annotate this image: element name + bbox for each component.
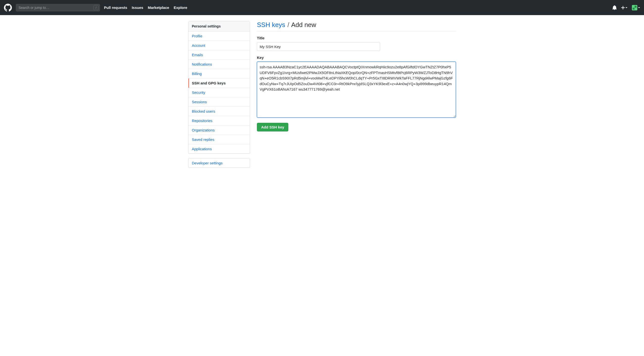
breadcrumb-ssh-keys-link[interactable]: SSH keys <box>257 21 285 28</box>
avatar <box>632 5 637 10</box>
user-menu-dropdown[interactable] <box>632 5 640 10</box>
sidebar-item-billing[interactable]: Billing <box>188 69 250 78</box>
sidebar-item-applications[interactable]: Applications <box>188 144 250 154</box>
sidebar-item-notifications[interactable]: Notifications <box>188 60 250 69</box>
nav-explore[interactable]: Explore <box>174 6 187 10</box>
search-input[interactable] <box>16 4 100 12</box>
header-actions <box>612 5 640 10</box>
sidebar-item-organizations[interactable]: Organizations <box>188 126 250 135</box>
create-new-dropdown[interactable] <box>621 6 628 10</box>
main-content: SSH keys / Add new Title Key Add SSH key <box>257 21 456 172</box>
nav-issues[interactable]: Issues <box>132 6 143 10</box>
title-input[interactable] <box>257 42 380 51</box>
sidebar-item-developer-settings[interactable]: Developer settings <box>188 158 250 168</box>
page-title: SSH keys / Add new <box>257 21 456 32</box>
chevron-down-icon <box>638 7 640 8</box>
sidebar-item-emails[interactable]: Emails <box>188 50 250 60</box>
primary-nav: Pull requests Issues Marketplace Explore <box>104 6 187 10</box>
developer-settings-menu: Developer settings <box>188 158 250 168</box>
sidebar-item-repositories[interactable]: Repositories <box>188 116 250 126</box>
key-label: Key <box>257 56 456 60</box>
sidebar-item-blocked-users[interactable]: Blocked users <box>188 107 250 116</box>
search-container: / <box>16 4 100 12</box>
sidebar-item-saved-replies[interactable]: Saved replies <box>188 135 250 144</box>
sidebar-item-profile[interactable]: Profile <box>188 32 250 41</box>
chevron-down-icon <box>626 7 628 8</box>
sidebar-item-security[interactable]: Security <box>188 88 250 97</box>
nav-pull-requests[interactable]: Pull requests <box>104 6 127 10</box>
nav-marketplace[interactable]: Marketplace <box>148 6 169 10</box>
breadcrumb-separator: / <box>287 21 289 28</box>
key-textarea[interactable] <box>257 62 456 118</box>
breadcrumb-current: Add new <box>291 21 316 28</box>
sidebar-item-ssh-gpg-keys[interactable]: SSH and GPG keys <box>188 78 250 88</box>
add-ssh-key-button[interactable]: Add SSH key <box>257 123 288 132</box>
notifications-icon[interactable] <box>612 6 617 10</box>
settings-sidebar: Personal settings Profile Account Emails… <box>188 21 250 172</box>
personal-settings-menu: Personal settings Profile Account Emails… <box>188 21 250 154</box>
slash-key-hint: / <box>94 5 98 10</box>
menu-header: Personal settings <box>188 21 250 32</box>
github-logo-icon[interactable] <box>4 4 12 12</box>
title-label: Title <box>257 36 456 40</box>
page-container: Personal settings Profile Account Emails… <box>184 21 460 172</box>
sidebar-item-sessions[interactable]: Sessions <box>188 97 250 107</box>
sidebar-item-account[interactable]: Account <box>188 41 250 50</box>
global-header: / Pull requests Issues Marketplace Explo… <box>0 0 644 15</box>
